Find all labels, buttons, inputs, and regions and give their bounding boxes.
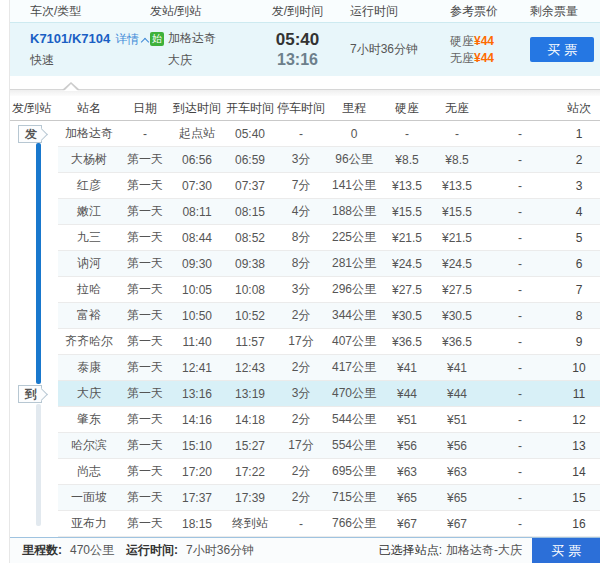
cell-no-seat: ¥13.5 [432, 179, 482, 193]
price-cell: 硬座¥44 无座¥44 [440, 33, 530, 67]
cell-stop: 8分 [276, 255, 326, 272]
cell-stop: 17分 [276, 333, 326, 350]
cell-mileage: 344公里 [326, 307, 382, 324]
col-train-type: 车次/类型 [10, 3, 150, 20]
route-line-selected [36, 143, 41, 384]
cell-mileage: 96公里 [326, 151, 382, 168]
cell-hard-seat: ¥21.5 [382, 231, 432, 245]
th-hard-seat: 硬座 [382, 96, 432, 120]
row-cells[interactable]: 泰康 第一天 12:41 12:43 2分 417公里 ¥41 ¥41 - 10 [58, 355, 600, 381]
cell-no-seat: ¥56 [432, 439, 482, 453]
col-remaining: 剩余票量 [530, 3, 600, 20]
cell-arrive: 09:30 [170, 257, 224, 271]
cell-remark: - [482, 439, 558, 453]
buy-ticket-button-footer[interactable]: 买票 [532, 538, 600, 563]
cell-remark: - [482, 283, 558, 297]
cell-mileage: 470公里 [326, 385, 382, 402]
details-link[interactable]: 详情 [115, 32, 139, 46]
cell-seq: 14 [558, 465, 600, 479]
th-stop-time: 停车时间 [276, 96, 326, 120]
route-line-rest [36, 404, 41, 526]
train-number: K7101/K7104 [30, 31, 110, 46]
cell-remark: - [482, 517, 558, 531]
row-cells[interactable]: 拉哈 第一天 10:05 10:08 3分 296公里 ¥27.5 ¥27.5 … [58, 277, 600, 303]
cell-depart: 17:39 [224, 491, 276, 505]
cell-seq: 2 [558, 153, 600, 167]
cell-no-seat: ¥63 [432, 465, 482, 479]
cell-arrive: 14:16 [170, 413, 224, 427]
col-duration: 运行时间 [340, 3, 440, 20]
stations-cell: 始加格达奇 大庆 [150, 30, 255, 69]
cell-stop: 2分 [276, 307, 326, 324]
table-row: 富裕 第一天 10:50 10:52 2分 344公里 ¥30.5 ¥30.5 … [10, 303, 600, 329]
cell-seq: 7 [558, 283, 600, 297]
cell-remark: - [482, 127, 558, 141]
cell-mileage: 417公里 [326, 359, 382, 376]
cell-seq: 3 [558, 179, 600, 193]
train-info-cell: K7101/K7104详情 快速 [10, 31, 150, 69]
origin-badge: 始 [150, 32, 164, 46]
cell-arrive: 11:40 [170, 335, 224, 349]
cell-hard-seat: ¥30.5 [382, 309, 432, 323]
row-cells[interactable]: 大杨树 第一天 06:56 06:59 3分 96公里 ¥8.5 ¥8.5 - … [58, 147, 600, 173]
cell-hard-seat: ¥56 [382, 439, 432, 453]
cell-hard-seat: ¥41 [382, 361, 432, 375]
cell-remark: - [482, 335, 558, 349]
hard-seat-price: ¥44 [474, 34, 494, 48]
cell-no-seat: ¥30.5 [432, 309, 482, 323]
row-cells[interactable]: 讷河 第一天 09:30 09:38 8分 281公里 ¥24.5 ¥24.5 … [58, 251, 600, 277]
cell-remark: - [482, 309, 558, 323]
cell-arrive: 18:15 [170, 517, 224, 531]
cell-station: 大庆 [58, 385, 120, 402]
cell-depart: 15:27 [224, 439, 276, 453]
row-cells[interactable]: 九三 第一天 08:44 08:52 8分 225公里 ¥21.5 ¥21.5 … [58, 225, 600, 251]
cell-depart: 终到站 [224, 515, 276, 532]
row-cells[interactable]: 亚布力 第一天 18:15 终到站 - 766公里 ¥67 ¥67 - 16 [58, 511, 600, 537]
cell-arrive: 起点站 [170, 125, 224, 142]
row-cells[interactable]: 肇东 第一天 14:16 14:18 2分 544公里 ¥51 ¥51 - 12 [58, 407, 600, 433]
row-cells[interactable]: 嫩江 第一天 08:11 08:15 4分 188公里 ¥15.5 ¥15.5 … [58, 199, 600, 225]
notch-fill [64, 84, 78, 91]
cell-date: 第一天 [120, 437, 170, 454]
row-cells[interactable]: 哈尔滨 第一天 15:10 15:27 17分 554公里 ¥56 ¥56 - … [58, 433, 600, 459]
buy-cell: 买票 [530, 37, 600, 62]
row-cells[interactable]: 一面坡 第一天 17:37 17:39 2分 715公里 ¥65 ¥65 - 1… [58, 485, 600, 511]
row-cells[interactable]: 大庆 第一天 13:16 13:19 3分 470公里 ¥44 ¥44 - 11 [58, 381, 600, 407]
row-cells[interactable]: 红彦 第一天 07:30 07:37 7分 141公里 ¥13.5 ¥13.5 … [58, 173, 600, 199]
cell-station: 肇东 [58, 411, 120, 428]
cell-no-seat: ¥21.5 [432, 231, 482, 245]
cell-date: 第一天 [120, 489, 170, 506]
cell-mileage: 554公里 [326, 437, 382, 454]
duration-label: 运行时间: [126, 542, 178, 559]
cell-station: 尚志 [58, 463, 120, 480]
chevron-up-icon [141, 37, 149, 45]
train-type: 快速 [30, 52, 150, 69]
cell-stop: - [276, 127, 326, 141]
cell-station: 九三 [58, 229, 120, 246]
cell-stop: 2分 [276, 463, 326, 480]
cell-remark: - [482, 179, 558, 193]
cell-hard-seat: ¥51 [382, 413, 432, 427]
cell-no-seat: ¥67 [432, 517, 482, 531]
cell-hard-seat: ¥27.5 [382, 283, 432, 297]
cell-remark: - [482, 413, 558, 427]
cell-station: 一面坡 [58, 489, 120, 506]
cell-station: 泰康 [58, 359, 120, 376]
row-cells[interactable]: 富裕 第一天 10:50 10:52 2分 344公里 ¥30.5 ¥30.5 … [58, 303, 600, 329]
table-row: 泰康 第一天 12:41 12:43 2分 417公里 ¥41 ¥41 - 10 [10, 355, 600, 381]
cell-arrive: 08:11 [170, 205, 224, 219]
th-no-seat: 无座 [432, 96, 482, 120]
buy-ticket-button[interactable]: 买票 [530, 37, 594, 62]
row-cells[interactable]: 尚志 第一天 17:20 17:22 2分 695公里 ¥63 ¥63 - 14 [58, 459, 600, 485]
col-times: 发/到时间 [255, 3, 340, 20]
row-cells[interactable]: 加格达奇 - 起点站 05:40 - 0 - - - 1 [58, 121, 600, 147]
cell-date: 第一天 [120, 203, 170, 220]
cell-hard-seat: ¥15.5 [382, 205, 432, 219]
cell-station: 讷河 [58, 255, 120, 272]
row-cells[interactable]: 齐齐哈尔 第一天 11:40 11:57 17分 407公里 ¥36.5 ¥36… [58, 329, 600, 355]
cell-remark: - [482, 205, 558, 219]
cell-depart: 08:15 [224, 205, 276, 219]
cell-hard-seat: ¥65 [382, 491, 432, 505]
cell-mileage: 695公里 [326, 463, 382, 480]
stops-detail-panel: 发/到站 站名 日期 到达时间 开车时间 停车时间 里程 硬座 无座 站次 发 … [10, 89, 600, 537]
